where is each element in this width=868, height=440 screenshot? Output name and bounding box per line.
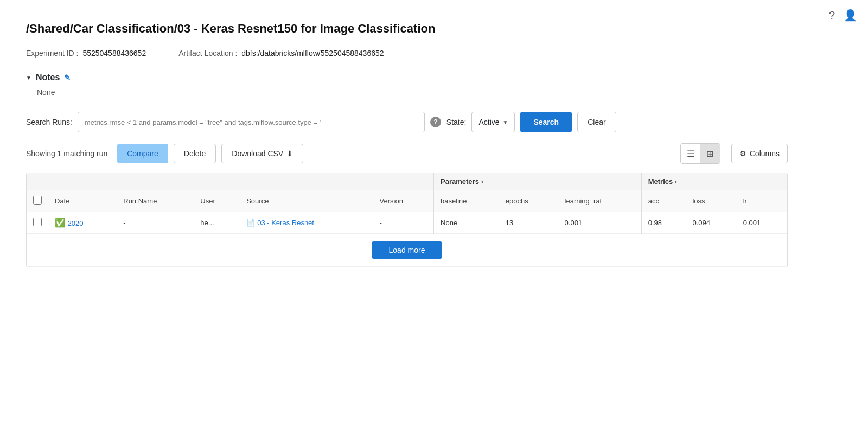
meta-row: Experiment ID : 552504588436652 Artifact… [26,49,788,58]
search-input[interactable] [78,112,425,132]
actions-row: Showing 1 matching run Compare Delete Do… [26,143,788,164]
row-date: ✅ 2020 [48,212,117,234]
delete-button[interactable]: Delete [174,144,216,163]
notes-content: None [26,88,788,97]
download-csv-button[interactable]: Download CSV ⬇ [221,144,303,163]
row-lr: 0.001 [737,212,787,234]
help-icon[interactable]: ? [829,9,835,22]
search-help-icon[interactable]: ? [430,117,441,127]
row-baseline: None [434,212,499,234]
columns-label: Columns [750,149,780,158]
state-dropdown-value: Active [478,118,499,126]
list-view-button[interactable]: ☰ [681,144,700,163]
load-more-row: Load more [27,234,787,267]
col-run-name: Run Name [117,190,194,212]
showing-label: Showing 1 matching run [26,149,107,158]
table-row: ✅ 2020 - he... 📄 03 - Keras Resnet - Non… [27,212,787,234]
row-learning-rate: 0.001 [558,212,642,234]
state-dropdown[interactable]: Active ▼ [471,112,515,132]
search-runs-row: Search Runs: ? State: Active ▼ Search Cl… [26,112,788,132]
col-learning-rate: learning_rat [558,190,642,212]
row-source: 📄 03 - Keras Resnet [240,212,373,234]
select-all-checkbox[interactable] [33,196,42,205]
run-status-icon: ✅ [55,218,66,227]
search-button[interactable]: Search [520,112,572,132]
artifact-location-value: dbfs:/databricks/mlflow/552504588436652 [241,49,384,58]
col-epochs: epochs [499,190,558,212]
runs-table: Parameters › Metrics › Date Run Name Use… [27,173,787,267]
search-runs-label: Search Runs: [26,118,72,126]
grid-view-button[interactable]: ⊞ [700,144,720,163]
col-baseline: baseline [434,190,499,212]
load-more-cell: Load more [27,234,787,267]
col-lr: lr [737,190,787,212]
empty-group-header [27,173,434,190]
experiment-id-label: Experiment ID : [26,49,78,58]
main-content: /Shared/Car Classification/03 - Keras Re… [0,0,814,289]
col-checkbox [27,190,48,212]
clear-button[interactable]: Clear [577,112,616,132]
artifact-location-label: Artifact Location : [178,49,237,58]
top-bar: ? 👤 [829,9,857,22]
notes-header[interactable]: ▼ Notes ✎ [26,73,788,82]
col-user: User [194,190,240,212]
row-checkbox-cell [27,212,48,234]
download-csv-label: Download CSV [232,149,283,158]
col-version: Version [373,190,434,212]
artifact-location-block: Artifact Location : dbfs:/databricks/mlf… [178,49,384,58]
row-loss: 0.094 [686,212,736,234]
row-version: - [373,212,434,234]
col-date: Date [48,190,117,212]
col-loss: loss [686,190,736,212]
col-source: Source [240,190,373,212]
notes-section: ▼ Notes ✎ None [26,73,788,97]
row-acc: 0.98 [641,212,686,234]
notes-edit-icon[interactable]: ✎ [64,73,71,82]
columns-gear-icon: ⚙ [739,149,746,158]
row-epochs: 13 [499,212,558,234]
download-icon: ⬇ [286,149,293,158]
view-toggle: ☰ ⊞ [680,143,720,164]
source-link[interactable]: 📄 03 - Keras Resnet [246,219,366,227]
notes-collapse-icon: ▼ [26,75,31,81]
run-date-link[interactable]: 2020 [68,219,84,227]
columns-button[interactable]: ⚙ Columns [731,144,788,163]
state-label: State: [446,118,467,126]
group-header-row: Parameters › Metrics › [27,173,787,190]
row-checkbox[interactable] [33,218,42,226]
source-file-icon: 📄 [246,219,255,227]
experiment-id-value: 552504588436652 [82,49,146,58]
runs-table-wrapper: Parameters › Metrics › Date Run Name Use… [26,173,788,267]
metrics-group-header: Metrics › [641,173,787,190]
notes-label: Notes [36,73,60,82]
col-acc: acc [641,190,686,212]
table-body: ✅ 2020 - he... 📄 03 - Keras Resnet - Non… [27,212,787,267]
page-title: /Shared/Car Classification/03 - Keras Re… [26,22,788,36]
column-header-row: Date Run Name User Source Version baseli… [27,190,787,212]
row-run-name: - [117,212,194,234]
load-more-button[interactable]: Load more [372,241,443,259]
user-icon[interactable]: 👤 [844,9,857,22]
compare-button[interactable]: Compare [117,144,168,163]
chevron-down-icon: ▼ [503,119,508,125]
parameters-group-header: Parameters › [434,173,642,190]
row-user: he... [194,212,240,234]
experiment-id-block: Experiment ID : 552504588436652 [26,49,146,58]
